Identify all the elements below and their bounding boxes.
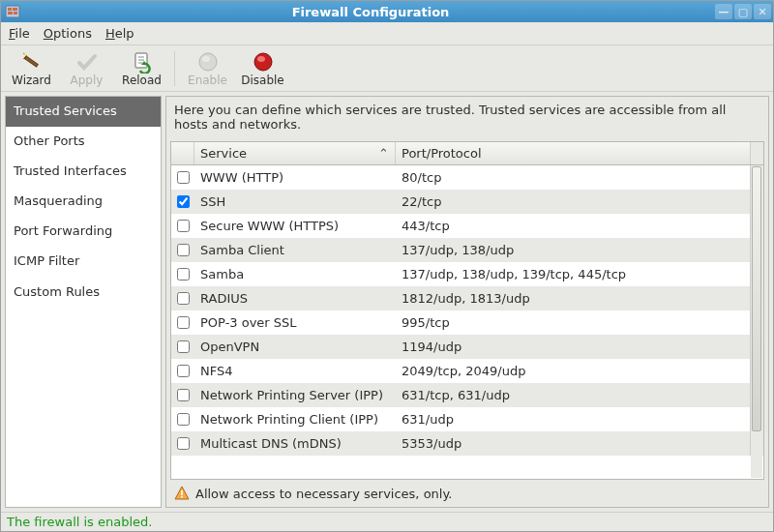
svg-rect-6 — [24, 56, 38, 67]
service-port-cell: 22/tcp — [396, 190, 750, 214]
statusbar: The firewall is enabled. — [1, 512, 773, 531]
service-checkbox[interactable] — [177, 413, 190, 426]
sidebar-item-masquerading[interactable]: Masquerading — [6, 187, 161, 217]
service-port-cell: 1194/udp — [396, 335, 750, 359]
service-name-cell: RADIUS — [194, 286, 396, 310]
svg-point-13 — [257, 56, 265, 62]
service-checkbox[interactable] — [177, 292, 190, 305]
service-port-cell: 137/udp, 138/udp, 139/tcp, 445/tcp — [396, 262, 750, 286]
service-checkbox-cell — [171, 286, 194, 310]
service-port-cell: 631/udp — [396, 407, 750, 431]
circle-red-icon — [252, 50, 275, 74]
hint-text: Allow access to necessary services, only… — [195, 487, 452, 501]
table-body: WWW (HTTP)80/tcpSSH22/tcpSecure WWW (HTT… — [171, 165, 763, 479]
table-row[interactable]: Secure WWW (HTTPS)443/tcp — [171, 214, 763, 238]
service-checkbox-cell — [171, 214, 194, 238]
enable-label: Enable — [188, 74, 227, 86]
check-icon — [75, 50, 99, 74]
service-checkbox[interactable] — [177, 316, 190, 329]
table-row[interactable]: POP-3 over SSL995/tcp — [171, 310, 763, 335]
warning-icon — [174, 486, 190, 501]
service-name-cell: Samba — [194, 262, 396, 286]
disable-button[interactable]: Disable — [236, 48, 289, 88]
table-row[interactable]: Samba137/udp, 138/udp, 139/tcp, 445/tcp — [171, 262, 763, 286]
service-name-cell: Network Printing Server (IPP) — [194, 383, 396, 407]
service-name-cell: Samba Client — [194, 238, 396, 262]
column-port[interactable]: Port/Protocol — [396, 142, 750, 164]
service-port-cell: 80/tcp — [396, 165, 750, 190]
service-checkbox-cell — [171, 310, 194, 335]
service-checkbox[interactable] — [177, 220, 190, 232]
table-row[interactable]: RADIUS1812/udp, 1813/udp — [171, 286, 763, 310]
scroll-thumb[interactable] — [752, 166, 761, 431]
wizard-button[interactable]: Wizard — [5, 48, 58, 88]
service-checkbox-cell — [171, 238, 194, 262]
panel-description: Here you can define which services are t… — [166, 97, 768, 137]
service-checkbox[interactable] — [177, 244, 190, 256]
disable-label: Disable — [241, 74, 284, 86]
service-checkbox[interactable] — [177, 171, 190, 184]
main-panel: Here you can define which services are t… — [165, 96, 769, 508]
table-row[interactable]: NFS42049/tcp, 2049/udp — [171, 359, 763, 383]
table-header: Service Port/Protocol — [171, 142, 763, 165]
table-row[interactable]: Network Printing Server (IPP)631/tcp, 63… — [171, 383, 763, 407]
maximize-button[interactable]: ▢ — [734, 4, 752, 19]
app-icon — [5, 4, 20, 19]
service-checkbox[interactable] — [177, 389, 190, 401]
table-row[interactable]: WWW (HTTP)80/tcp — [171, 165, 763, 190]
service-name-cell: SSH — [194, 190, 396, 214]
sidebar-item-port-forwarding[interactable]: Port Forwarding — [6, 217, 161, 247]
svg-point-10 — [199, 53, 217, 71]
titlebar: Firewall Configuration — ▢ ✕ — [1, 1, 773, 22]
scroll-track[interactable] — [751, 166, 762, 478]
sidebar-item-trusted-interfaces[interactable]: Trusted Interfaces — [6, 157, 161, 187]
service-checkbox[interactable] — [177, 268, 190, 281]
sidebar: Trusted ServicesOther PortsTrusted Inter… — [5, 96, 162, 508]
svg-rect-1 — [8, 8, 12, 11]
service-checkbox[interactable] — [177, 365, 190, 377]
sidebar-item-trusted-services[interactable]: Trusted Services — [6, 97, 161, 127]
toolbar: Wizard Apply Reload Enable Disable — [1, 45, 773, 92]
service-port-cell: 995/tcp — [396, 310, 750, 335]
column-service[interactable]: Service — [194, 142, 396, 164]
service-name-cell: NFS4 — [194, 359, 396, 383]
reload-button[interactable]: Reload — [115, 48, 168, 88]
service-checkbox-cell — [171, 165, 194, 190]
reload-label: Reload — [122, 74, 162, 86]
apply-label: Apply — [71, 74, 104, 86]
scrollbar[interactable] — [751, 166, 762, 478]
menu-help[interactable]: Help — [105, 26, 134, 41]
enable-button: Enable — [181, 48, 234, 88]
table-row[interactable]: Samba Client137/udp, 138/udp — [171, 238, 763, 262]
service-checkbox[interactable] — [177, 340, 190, 353]
toolbar-separator — [174, 51, 175, 86]
sidebar-item-custom-rules[interactable]: Custom Rules — [6, 278, 161, 308]
service-checkbox[interactable] — [177, 437, 190, 450]
service-checkbox-cell — [171, 407, 194, 431]
circle-grey-icon — [196, 50, 220, 74]
close-button[interactable]: ✕ — [754, 4, 771, 19]
sidebar-item-icmp-filter[interactable]: ICMP Filter — [6, 247, 161, 277]
services-table: Service Port/Protocol WWW (HTTP)80/tcpSS… — [170, 141, 764, 480]
table-row[interactable]: Network Printing Client (IPP)631/udp — [171, 407, 763, 431]
column-check[interactable] — [171, 142, 194, 164]
menu-file[interactable]: File — [9, 26, 30, 41]
svg-point-12 — [254, 53, 272, 71]
service-checkbox[interactable] — [177, 195, 190, 208]
window-title: Firewall Configuration — [26, 5, 715, 19]
service-name-cell: Network Printing Client (IPP) — [194, 407, 396, 431]
reload-icon — [131, 50, 154, 74]
service-checkbox-cell — [171, 190, 194, 214]
service-name-cell: POP-3 over SSL — [194, 310, 396, 335]
service-name-cell: WWW (HTTP) — [194, 165, 396, 190]
menu-options[interactable]: Options — [44, 26, 92, 41]
wand-icon — [20, 50, 44, 74]
table-row[interactable]: SSH22/tcp — [171, 190, 763, 214]
wizard-label: Wizard — [12, 74, 51, 86]
menubar: File Options Help — [1, 22, 773, 45]
minimize-button[interactable]: — — [715, 4, 732, 19]
table-row[interactable]: OpenVPN1194/udp — [171, 335, 763, 359]
service-port-cell: 443/tcp — [396, 214, 750, 238]
table-row[interactable]: Multicast DNS (mDNS)5353/udp — [171, 431, 763, 456]
sidebar-item-other-ports[interactable]: Other Ports — [6, 127, 161, 157]
